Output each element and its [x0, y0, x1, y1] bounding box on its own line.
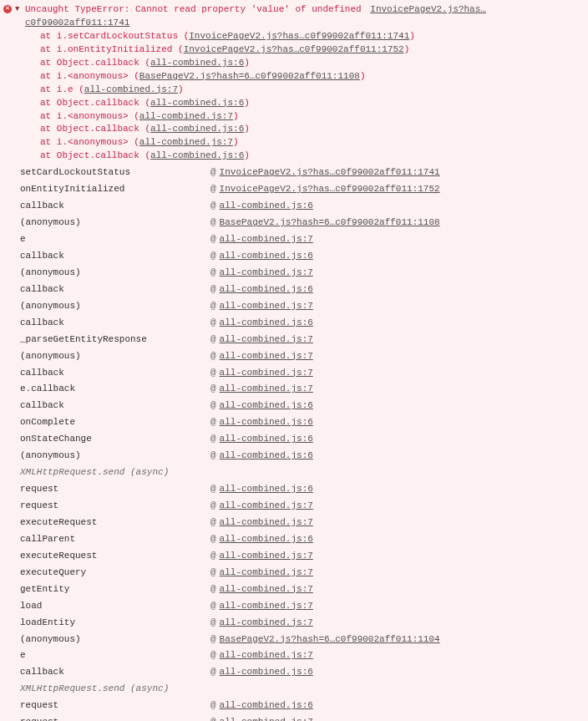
- source-link[interactable]: all-combined.js:7: [220, 267, 313, 277]
- at-symbol: @: [210, 567, 216, 577]
- source-link[interactable]: all-combined.js:7: [220, 584, 313, 594]
- stack-frame-row: onStateChange@all-combined.js:6: [20, 431, 585, 448]
- stack-frame-location: @all-combined.js:6: [210, 449, 313, 463]
- source-link[interactable]: InvoicePageV2.js?has…c0f99002aff011:1741: [189, 31, 409, 41]
- stack-frame-location: @all-combined.js:7: [210, 367, 313, 380]
- source-link[interactable]: all-combined.js:7: [220, 567, 313, 577]
- stack-frame-function: e: [20, 233, 210, 246]
- stack-frame-function: executeRequest: [20, 550, 210, 563]
- stack-frame-function: (anonymous): [20, 449, 210, 463]
- inline-stack-line: at i.<anonymous> (all-combined.js:7): [40, 110, 585, 124]
- source-link[interactable]: all-combined.js:6: [220, 534, 313, 544]
- at-symbol: @: [210, 534, 216, 544]
- at-symbol: @: [210, 234, 216, 244]
- stack-frame-function: loadEntity: [20, 617, 210, 630]
- inline-stack-prefix: at i.onEntityInitialized (: [40, 44, 184, 54]
- source-link[interactable]: all-combined.js:6: [150, 150, 244, 160]
- async-boundary: XMLHttpRequest.send (async): [20, 465, 585, 481]
- stack-frame-row: setCardLockoutStatus@InvoicePageV2.js?ha…: [20, 165, 585, 181]
- collapse-toggle[interactable]: ▼: [15, 4, 22, 15]
- source-link[interactable]: all-combined.js:7: [220, 351, 313, 361]
- source-link[interactable]: all-combined.js:7: [220, 301, 313, 311]
- source-link[interactable]: BasePageV2.js?hash=6…c0f99002aff011:1104: [220, 634, 440, 644]
- stack-frame-location: @all-combined.js:7: [210, 233, 313, 246]
- source-link[interactable]: all-combined.js:7: [220, 617, 313, 627]
- at-symbol: @: [210, 417, 216, 427]
- stack-frame-location: @all-combined.js:7: [210, 617, 313, 630]
- inline-stack-suffix: ): [404, 44, 410, 54]
- stack-frame-row: callback@all-combined.js:6: [20, 315, 585, 332]
- source-link[interactable]: all-combined.js:6: [220, 284, 313, 294]
- stack-frame-function: callback: [20, 283, 210, 297]
- source-link[interactable]: all-combined.js:7: [220, 334, 313, 344]
- stack-frame-location: @all-combined.js:7: [210, 300, 313, 313]
- source-link[interactable]: all-combined.js:7: [220, 368, 313, 378]
- source-link[interactable]: all-combined.js:6: [150, 98, 244, 108]
- source-link[interactable]: all-combined.js:6: [220, 201, 313, 211]
- source-link[interactable]: all-combined.js:7: [84, 84, 178, 94]
- stack-frame-function: request: [20, 716, 210, 721]
- source-link[interactable]: all-combined.js:6: [150, 124, 244, 134]
- source-link[interactable]: all-combined.js:7: [220, 551, 313, 561]
- stack-frame-function: getEntity: [20, 583, 210, 597]
- at-symbol: @: [210, 601, 216, 611]
- source-link[interactable]: all-combined.js:7: [220, 234, 313, 244]
- stack-frame-function: callback: [20, 250, 210, 263]
- stack-frame-row: e@all-combined.js:7: [20, 647, 585, 664]
- source-link[interactable]: all-combined.js:6: [220, 417, 313, 427]
- source-link[interactable]: all-combined.js:7: [220, 383, 313, 394]
- stack-frame-function: request: [20, 483, 210, 496]
- stack-frame-function: onComplete: [20, 416, 210, 429]
- stack-frame-location: @all-combined.js:6: [210, 283, 313, 297]
- source-link[interactable]: BasePageV2.js?hash=6…c0f99002aff011:1108: [220, 217, 440, 227]
- inline-stack-prefix: at i.<anonymous> (: [40, 137, 139, 147]
- stack-frame-location: @all-combined.js:7: [210, 583, 313, 597]
- stack-frame-row: request@all-combined.js:7: [20, 714, 585, 721]
- source-link[interactable]: all-combined.js:6: [220, 667, 313, 677]
- source-link[interactable]: InvoicePageV2.js?has…c0f99002aff011:1741: [220, 167, 440, 177]
- source-link[interactable]: InvoicePageV2.js?has…c0f99002aff011:1752: [184, 44, 404, 54]
- source-link[interactable]: all-combined.js:6: [150, 58, 244, 68]
- stack-frame-function: _parseGetEntityResponse: [20, 333, 210, 347]
- source-link[interactable]: all-combined.js:6: [220, 400, 313, 410]
- source-link[interactable]: all-combined.js:7: [220, 517, 313, 527]
- at-symbol: @: [210, 650, 216, 660]
- stack-frame-row: (anonymous)@all-combined.js:6: [20, 448, 585, 465]
- source-link[interactable]: all-combined.js:6: [220, 434, 313, 444]
- at-symbol: @: [210, 351, 216, 361]
- at-symbol: @: [210, 334, 216, 344]
- at-symbol: @: [210, 500, 216, 510]
- inline-stack-suffix: ): [244, 98, 250, 108]
- source-link[interactable]: all-combined.js:6: [220, 251, 313, 261]
- error-text: Uncaught TypeError: Cannot read property…: [25, 3, 585, 30]
- stack-frame-function: e: [20, 649, 210, 663]
- stack-frame-row: callParent@all-combined.js:6: [20, 531, 585, 548]
- source-link[interactable]: all-combined.js:6: [220, 700, 313, 710]
- source-link[interactable]: BasePageV2.js?hash=6…c0f99002aff011:1108: [139, 71, 360, 81]
- source-link[interactable]: all-combined.js:7: [139, 137, 233, 147]
- stack-frame-location: @InvoicePageV2.js?has…c0f99002aff011:175…: [210, 183, 440, 196]
- source-link[interactable]: all-combined.js:6: [220, 450, 313, 460]
- stack-frame-location: @all-combined.js:6: [210, 699, 313, 713]
- source-link[interactable]: InvoicePageV2.js?has…c0f99002aff011:1752: [220, 184, 440, 194]
- stack-frame-row: load@all-combined.js:7: [20, 598, 585, 615]
- source-link[interactable]: all-combined.js:7: [220, 500, 313, 510]
- source-link[interactable]: all-combined.js:7: [220, 717, 313, 721]
- at-symbol: @: [210, 434, 216, 444]
- inline-stack-line: at Object.callback (all-combined.js:6): [40, 97, 585, 110]
- source-link[interactable]: all-combined.js:6: [220, 317, 313, 327]
- stack-frame-row: request@all-combined.js:6: [20, 698, 585, 714]
- error-header: ✕ ▼ Uncaught TypeError: Cannot read prop…: [3, 3, 585, 30]
- source-link[interactable]: all-combined.js:7: [139, 111, 233, 121]
- stack-frame-function: request: [20, 699, 210, 713]
- inline-stack-line: at i.<anonymous> (all-combined.js:7): [40, 136, 585, 150]
- source-link[interactable]: all-combined.js:7: [220, 601, 313, 611]
- inline-stack-suffix: ): [178, 84, 184, 94]
- stack-frame-location: @all-combined.js:7: [210, 600, 313, 613]
- source-link[interactable]: all-combined.js:6: [220, 484, 313, 494]
- stack-frame-location: @InvoicePageV2.js?has…c0f99002aff011:174…: [210, 166, 440, 180]
- stack-frame-location: @all-combined.js:7: [210, 383, 313, 396]
- stack-frame-location: @all-combined.js:7: [210, 500, 313, 513]
- stack-frame-location: @all-combined.js:7: [210, 566, 313, 580]
- source-link[interactable]: all-combined.js:7: [220, 650, 313, 660]
